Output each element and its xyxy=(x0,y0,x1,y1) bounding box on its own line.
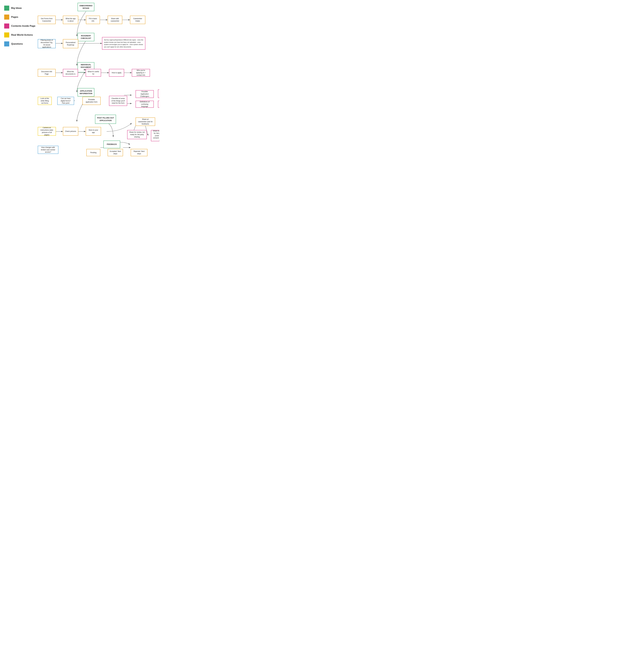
node-who-applying: Who you're applying to + contact info xyxy=(132,69,150,77)
node-accepted: Accepted: Next steps xyxy=(107,149,123,156)
legend-item-contents: Contents Inside Page xyxy=(4,23,35,29)
arrows-overlay xyxy=(35,0,159,168)
node-what-doc-is: What this documents is xyxy=(63,69,78,77)
node-upload-progress: Upload progress w/ application (call to … xyxy=(158,89,159,98)
node-printable: Printable application form xyxy=(82,97,101,105)
node-post-filling: POST FILLING OUT APPLICATION xyxy=(95,115,116,124)
legend-item-pages: Pages xyxy=(4,15,35,20)
node-pending: Pending xyxy=(86,149,100,156)
node-caseworker-intake: Caseworker Intake xyxy=(130,16,145,24)
legend-color-questions xyxy=(4,42,9,46)
node-look-at: Look at this while filling out forms xyxy=(38,97,52,105)
node-doc-info-page: Document Info Page xyxy=(38,69,56,77)
legend-color-real-world xyxy=(4,32,9,37)
node-feedback: FEEDBACK xyxy=(103,141,120,148)
legend-label-big-ideas: Big Ideas xyxy=(11,7,22,10)
node-sort-urgency: Sort by urgency/importance Different doc… xyxy=(102,37,145,50)
node-filtering: Filtering kinds of documents? Eg. All st… xyxy=(38,39,56,48)
legend-item-big-ideas: Big Ideas xyxy=(4,5,35,11)
legend-color-contents xyxy=(4,23,9,29)
node-share-caseworker2: Share w/ caseworker (ask for feedback) xyxy=(136,117,155,126)
node-get-forms: Get Forms from Caseworker xyxy=(38,16,56,24)
node-share-caseworker: Share with caseworker xyxy=(107,16,122,24)
node-checklist: Checklist of some of the things you'll n… xyxy=(109,96,127,106)
legend-label-pages: Pages xyxy=(11,16,18,18)
legend-label-questions: Questions xyxy=(11,43,23,45)
node-avg-processing: Average processing time xyxy=(158,101,159,108)
node-onboarding: ONBOARDING/ INTAKE xyxy=(78,3,94,11)
legend-item-real-world: Real World Actions xyxy=(4,32,35,37)
node-how-to-apply: How to apply xyxy=(109,69,124,77)
node-rejected: Rejected: Next steps xyxy=(131,149,148,156)
node-check-pictures: Check pictures xyxy=(63,127,78,136)
node-camera: Camera w/ instructions (take pictures of… xyxy=(38,127,56,136)
node-definitions: Definitions of confusing language xyxy=(136,101,154,108)
node-what-useful: What it's useful for xyxy=(86,69,101,77)
node-possible-challengers: Possible Application Challengers xyxy=(136,90,154,98)
legend-label-real-world: Real World Actions xyxy=(11,34,33,36)
node-what-app: What the app is about xyxy=(63,16,78,24)
legend-label-contents: Contents Inside Page xyxy=(11,24,35,28)
node-store-app: Store to your app xyxy=(86,127,101,136)
legend-color-pages xyxy=(4,15,9,20)
diagram: ONBOARDING/ INTAKE Get Forms from Casewo… xyxy=(35,0,159,168)
node-personalized: Personalized Roadmap xyxy=(63,39,78,48)
legend-color-big-ideas xyxy=(4,5,9,11)
node-app-info: APPLICATION INFORMATION xyxy=(78,88,94,97)
node-how-changes: How changes with limited case worker acc… xyxy=(38,146,58,154)
node-roadmap: ROADMAP/ CHECKLIST xyxy=(78,33,94,41)
node-share-review-not: Share for review, not ready for 3rd part… xyxy=(127,130,147,139)
node-fill-basic: Fill in basic info xyxy=(86,16,100,24)
node-share-review-read: Share for review Read for 3rd party shar… xyxy=(151,130,159,141)
node-can-we-digital: Can we have digital forms? Pain point xyxy=(57,97,74,105)
legend-item-questions: Questions xyxy=(4,42,35,46)
legend: Big IdeasPagesContents Inside PageReal W… xyxy=(4,5,35,46)
